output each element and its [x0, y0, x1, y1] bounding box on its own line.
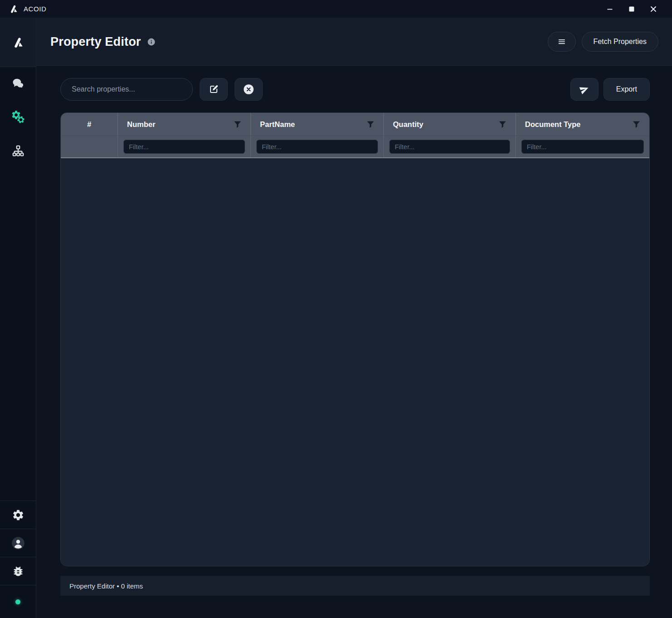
table-header-row: # Number PartName [61, 113, 649, 136]
app-title: ACOID [24, 5, 47, 13]
titlebar: ACOID [0, 0, 672, 18]
page-header: Property Editor Fetch Properties [36, 18, 672, 66]
info-circle-icon[interactable] [147, 38, 156, 46]
header-actions: Fetch Properties [548, 32, 658, 52]
filter-cell-number [118, 136, 251, 157]
main-area: Property Editor Fetch Properties [36, 18, 672, 618]
window-controls [602, 3, 661, 15]
bug-icon [12, 565, 25, 578]
filter-cell-index [61, 136, 118, 157]
sidebar-item-chat[interactable] [0, 67, 36, 101]
filter-cell-partname [251, 136, 384, 157]
funnel-filter-icon[interactable] [234, 121, 241, 128]
edit-pencil-square-icon [208, 84, 219, 95]
send-button[interactable] [570, 78, 598, 101]
export-button[interactable]: Export [603, 78, 650, 101]
person-circle-icon [11, 536, 25, 550]
status-bar: Property Editor • 0 items [60, 576, 650, 596]
sidebar-item-property-editor[interactable] [0, 101, 36, 134]
filter-cell-document-type [516, 136, 649, 157]
maximize-icon[interactable] [624, 3, 639, 15]
acoid-logo-icon [12, 37, 24, 49]
filter-input-number[interactable] [123, 140, 245, 154]
app-shell: Property Editor Fetch Properties [0, 18, 672, 618]
sidebar-item-settings[interactable] [0, 501, 36, 529]
toolbar: Export [60, 78, 650, 101]
chat-bubbles-icon [11, 77, 25, 91]
table-body-empty [61, 158, 649, 566]
fetch-properties-button[interactable]: Fetch Properties [582, 32, 658, 52]
paper-plane-icon [579, 84, 590, 95]
gears-icon [10, 109, 26, 126]
hamburger-icon [557, 37, 566, 46]
filter-cell-quantity [384, 136, 516, 157]
sidebar-item-account[interactable] [0, 529, 36, 557]
filter-input-document-type[interactable] [521, 140, 644, 154]
status-text: Property Editor • 0 items [69, 582, 143, 590]
funnel-filter-icon[interactable] [499, 121, 506, 128]
column-header-number[interactable]: Number [118, 113, 251, 136]
clear-button[interactable] [235, 78, 263, 101]
column-header-index[interactable]: # [61, 113, 118, 136]
edit-button[interactable] [200, 78, 228, 101]
connection-status [0, 585, 36, 618]
sidebar [0, 18, 36, 618]
sidebar-logo[interactable] [0, 18, 36, 67]
table-filter-row [61, 136, 649, 158]
column-header-document-type[interactable]: Document Type [516, 113, 649, 136]
filter-input-quantity[interactable] [389, 140, 510, 154]
close-icon[interactable] [646, 3, 661, 15]
funnel-filter-icon[interactable] [367, 121, 374, 128]
sidebar-item-hierarchy[interactable] [0, 134, 36, 168]
app-logo-icon [9, 5, 18, 14]
page-title: Property Editor [50, 35, 141, 49]
filter-input-partname[interactable] [256, 140, 378, 154]
minimize-icon[interactable] [602, 3, 618, 15]
status-dot [15, 599, 20, 604]
search-input[interactable] [60, 78, 193, 101]
funnel-filter-icon[interactable] [633, 121, 640, 128]
gear-icon [12, 509, 25, 521]
sidebar-bottom-group [0, 501, 36, 618]
column-header-quantity[interactable]: Quantity [384, 113, 516, 136]
sitemap-icon [11, 144, 25, 158]
properties-table: # Number PartName [60, 112, 650, 566]
hamburger-menu-button[interactable] [548, 32, 576, 52]
content: Export # Number PartName [36, 66, 672, 618]
column-header-partname[interactable]: PartName [251, 113, 384, 136]
sidebar-item-debug[interactable] [0, 557, 36, 585]
x-circle-icon [243, 83, 255, 95]
